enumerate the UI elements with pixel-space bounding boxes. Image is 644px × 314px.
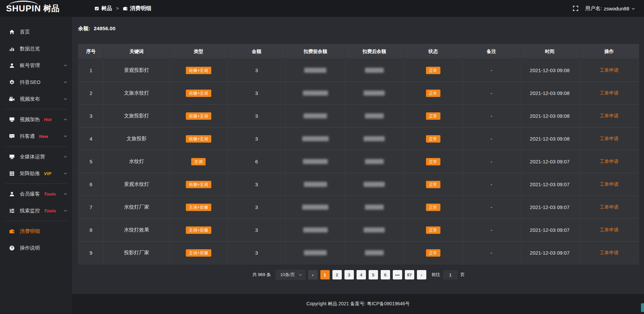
logo-text-cn: 树品 [43,3,59,14]
app-icon [94,6,99,11]
sidebar-item-lead-monitor[interactable]: 线索监控Tools [0,202,72,219]
table-row: 1景观投影灯前缀+主词3正常-2021-12-03 09:08工单申请 [78,59,639,82]
redacted-value [304,182,327,187]
sidebar-item-matrix-boost[interactable]: 矩阵助推VIP [0,165,72,182]
page-button-4[interactable]: 4 [357,270,366,279]
column-header: 时间 [520,44,579,59]
sidebar-item-tag: VIP [44,171,51,176]
fullscreen-icon[interactable] [573,5,579,11]
table-row: 6景观水纹灯前缀+主词3正常-2021-12-03 09:07工单申请 [78,173,639,196]
sidebar-item-operation-guide[interactable]: ?操作说明 [0,240,72,256]
breadcrumb-item-consumption-detail[interactable]: 消费明细 [123,5,151,12]
sidebar-item-douketong[interactable]: 抖客通New [0,128,72,145]
chat-icon [9,134,15,139]
sidebar-item-member-baoke[interactable]: 会员爆客Tools [0,186,72,202]
cell-action: 工单申请 [579,59,639,82]
cell-balance-after [345,150,404,173]
redacted-value [364,136,385,141]
cell-status: 正常 [404,196,463,219]
cell-action: 工单申请 [579,150,639,173]
table-row: 9投影灯厂家主词+后缀3正常-2021-12-03 09:07工单申请 [78,242,639,264]
work-order-link[interactable]: 工单申请 [600,159,619,164]
chevron-down-icon [63,134,67,138]
work-order-link[interactable]: 工单申请 [600,250,619,255]
sidebar-item-home[interactable]: 首页 [0,23,72,40]
column-header: 序号 [78,44,104,59]
table-row: 3文旅投影灯前缀+主词3正常-2021-12-03 09:08工单申请 [78,105,639,127]
copyright-text: Copyright 树品 2021 备案号: 粤ICP备09019646号 [306,301,410,307]
cell-balance-after [345,105,404,127]
work-order-link[interactable]: 工单申请 [600,204,619,210]
cell-type: 前缀+主词 [170,173,227,196]
sidebar-item-tag: Tools [44,208,56,213]
column-header: 类型 [170,44,227,59]
cell-balance-after [345,242,404,264]
table-row: 2文旅水纹灯前缀+主词3正常-2021-12-03 09:08工单申请 [78,82,639,105]
sidebar-item-label: 抖音SEO [20,79,41,86]
page-size-select[interactable]: 10条/页 [275,270,305,280]
status-badge: 正常 [426,67,440,74]
redacted-value [304,68,326,73]
redacted-value [303,159,328,164]
work-order-link[interactable]: 工单申请 [600,90,619,96]
table-row: 7水纹灯厂家主词+后缀3正常-2021-12-03 09:07工单申请 [78,196,639,219]
help-icon: ? [9,245,15,251]
next-page-button[interactable]: › [417,270,426,279]
type-badge: 前缀+主词 [186,90,211,97]
logo[interactable]: SHUPIN 树品 [0,3,72,14]
balance-label: 余额: [78,25,90,31]
sidebar-divider [5,146,67,147]
cell-type: 主词 [170,150,227,173]
work-order-link[interactable]: 工单申请 [600,113,619,118]
page-ellipsis[interactable]: ••• [393,270,402,279]
work-order-link[interactable]: 工单申请 [600,181,619,187]
page-button-1[interactable]: 1 [320,270,330,279]
cell-remark: - [463,196,520,219]
breadcrumb: 树品>消费明细 [94,5,151,12]
cell-amount: 3 [227,105,286,127]
page-button-2[interactable]: 2 [332,270,342,279]
sidebar-item-consumption-detail[interactable]: 消费明细 [0,223,72,240]
sidebar-item-account-management[interactable]: 账号管理 [0,57,72,74]
sidebar-menu: 首页数据总览账号管理抖音SEO视频发布视频加热Hot抖客通New全媒体运营矩阵助… [0,23,72,256]
sidebar-item-video-heating[interactable]: 视频加热Hot [0,111,72,128]
page-button-6[interactable]: 6 [381,270,390,279]
balance: 余额: 24856.00 [78,25,639,32]
user-menu[interactable]: 用户名: zswodun88 [585,5,635,12]
sidebar-item-douyin-seo[interactable]: 抖音SEO [0,74,72,91]
work-order-link[interactable]: 工单申请 [600,227,619,232]
cell-balance-before [286,127,345,150]
sidebar-item-tag: Tools [44,192,56,197]
cell-keyword: 水纹灯效果 [104,219,170,242]
cell-action: 工单申请 [579,242,639,264]
type-badge: 主词+后缀 [186,226,211,234]
work-order-link[interactable]: 工单申请 [600,67,619,73]
sidebar-item-video-publish[interactable]: 视频发布 [0,91,72,107]
page-button-3[interactable]: 3 [344,270,354,279]
table-row: 5水纹灯主词6正常-2021-12-03 09:07工单申请 [78,150,639,173]
goto-page-input[interactable] [443,270,458,279]
cell-amount: 3 [227,82,286,105]
cell-balance-before [286,196,345,219]
screen-icon [9,154,15,160]
cell-action: 工单申请 [579,127,639,150]
cell-time: 2021-12-03 09:07 [520,242,579,264]
cell-remark: - [463,150,520,173]
sidebar-item-data-overview[interactable]: 数据总览 [0,40,72,57]
page-button-97[interactable]: 97 [405,270,414,279]
cell-index: 4 [78,127,104,150]
redacted-value [365,250,384,255]
sidebar-item-media-operation[interactable]: 全媒体运营 [0,148,72,165]
cell-time: 2021-12-03 09:07 [520,150,579,173]
prev-page-button[interactable]: ‹ [308,270,318,279]
cell-type: 主词+后缀 [170,196,227,219]
cell-status: 正常 [404,59,463,82]
sidebar-item-label: 首页 [20,29,30,35]
work-order-link[interactable]: 工单申请 [600,136,619,141]
breadcrumb-item-shupin[interactable]: 树品 [94,5,112,12]
cell-balance-before [286,82,345,105]
sidebar-divider [5,221,67,221]
cell-amount: 6 [227,150,286,173]
page-button-5[interactable]: 5 [369,270,378,279]
wallet-icon [123,6,128,11]
